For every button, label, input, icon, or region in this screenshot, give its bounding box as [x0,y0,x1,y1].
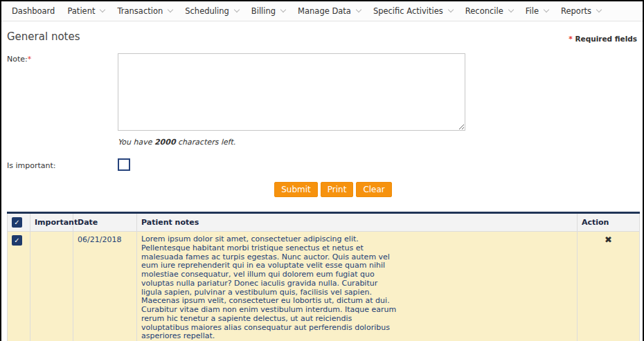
submit-button[interactable]: Submit [274,182,318,197]
note-textarea[interactable] [118,53,465,131]
chevron-down-icon [280,7,286,12]
main-nav: Dashboard Patient Transaction Scheduling… [1,1,643,21]
page-title: General notes [7,30,80,43]
print-button[interactable]: Print [321,182,354,197]
check-icon: ✓ [14,219,19,226]
header-important: Important [30,213,73,232]
nav-item-reconcile[interactable]: Reconcile [459,6,519,16]
row-checkbox-cell: ✓ [8,232,30,341]
row-notes-cell: Lorem ipsum dolor sit amet, consectetuer… [137,232,578,341]
nav-item-dashboard[interactable]: Dashboard [6,6,61,16]
nav-item-patient[interactable]: Patient [61,6,111,16]
chevron-down-icon [596,7,602,12]
title-row: General notes * Required fields [7,30,637,43]
row-checkbox[interactable]: ✓ [12,235,22,246]
nav-item-label: Reports [561,6,591,16]
important-field-row: Is important: [7,158,637,171]
table-row: ✓ 06/21/2018 Lorem ipsum dolor sit amet,… [8,232,640,341]
chevron-down-icon [100,7,105,12]
required-label: Required fields [575,35,637,43]
nav-item-label: Specific Activities [373,6,443,16]
patient-notes-text: Lorem ipsum dolor sit amet, consectetuer… [141,235,399,341]
header-date: Date [73,213,137,232]
nav-item-label: Reconcile [465,6,503,16]
nav-item-specific-activities[interactable]: Specific Activities [367,6,459,16]
nav-item-label: Transaction [117,6,163,16]
table-header-row: ✓ Important Date Patient notes Action [8,213,640,232]
nav-item-billing[interactable]: Billing [245,6,292,16]
note-field-row: Note:* [7,53,637,131]
form-buttons: Submit Print Clear [7,182,637,197]
chevron-down-icon [448,7,454,12]
nav-item-file[interactable]: File [519,6,555,16]
nav-item-label: File [526,6,539,16]
chevron-down-icon [544,7,549,12]
nav-item-label: Scheduling [185,6,229,16]
row-date-cell: 06/21/2018 [73,232,137,341]
chars-left-count: 2000 [154,138,176,147]
chevron-down-icon [508,7,514,12]
is-important-checkbox[interactable] [118,158,130,171]
note-label: Note:* [7,53,118,64]
chars-left-note: You have 2000 characters left. [118,138,637,147]
delete-row-icon[interactable]: ✖ [605,234,612,245]
nav-item-transaction[interactable]: Transaction [111,6,179,16]
check-icon: ✓ [14,237,19,244]
nav-item-reports[interactable]: Reports [555,6,607,16]
required-fields-note: * Required fields [569,35,637,43]
nav-item-label: Billing [251,6,276,16]
app-window: Dashboard Patient Transaction Scheduling… [0,0,644,341]
header-action: Action [578,213,640,232]
nav-item-scheduling[interactable]: Scheduling [179,6,245,16]
nav-item-label: Patient [67,6,95,16]
row-important-cell [30,232,73,341]
nav-item-manage-data[interactable]: Manage Data [292,6,367,16]
is-important-label: Is important: [7,160,118,170]
page-content: General notes * Required fields Note:* Y… [1,30,643,197]
header-checkbox-cell: ✓ [8,213,30,232]
chevron-down-icon [168,7,173,12]
chevron-down-icon [356,7,361,12]
select-all-checkbox[interactable]: ✓ [12,217,22,228]
nav-item-label: Dashboard [12,6,55,16]
notes-table: ✓ Important Date Patient notes Action ✓ … [7,212,640,341]
clear-button[interactable]: Clear [356,182,391,197]
row-action-cell: ✖ [578,232,640,341]
nav-item-label: Manage Data [298,6,351,16]
note-required-asterisk: * [28,55,32,64]
header-patient-notes: Patient notes [137,213,578,232]
chevron-down-icon [234,7,240,12]
required-asterisk: * [569,35,573,43]
